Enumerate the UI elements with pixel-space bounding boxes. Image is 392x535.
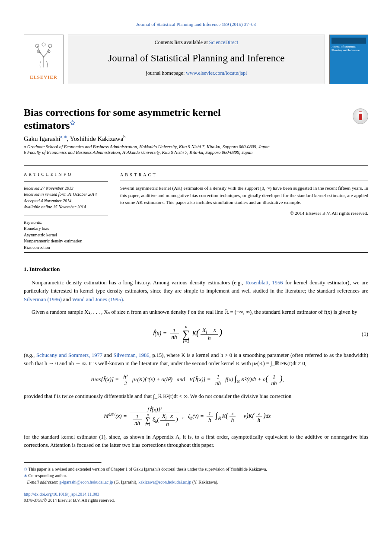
top-divider [24,165,368,166]
ref-silverman-1986b[interactable]: Silverman, 1986, [113,352,150,358]
revised-date: Received in revised form 31 October 2014 [24,191,108,198]
fn1-symbol: ✩ [24,467,27,471]
mid-divider [24,252,368,253]
email-2[interactable]: kakizawa@econ.hokudai.ac.jp [138,480,191,484]
equation-1-math: f̂(x) = 1nh n∑i=1 K(Xi − xh) [24,325,351,344]
email-label: E-mail addresses: [27,480,60,484]
footnote-1: ✩ This paper is a revised and extended v… [24,466,368,472]
masthead-center-panel: Contents lists available at ScienceDirec… [68,35,325,84]
author-a-sup: a, [61,134,64,139]
available-date: Available online 15 November 2014 [24,204,108,210]
email1-who: (G. Igarashi), [113,480,139,484]
para5-a: for the standard kernel estimator (1), s… [24,434,368,448]
ref-silverman-1986[interactable]: Silverman (1986) [24,296,62,303]
ref-rosenblatt[interactable]: Rosenblatt, 1956 [245,280,283,286]
fn2-symbol: ∗ [24,473,27,478]
para1-d: . [123,296,124,303]
para-5: for the standard kernel estimator (1), s… [24,433,368,450]
para2-a: Given a random sample X₁, . . . , Xₙ of … [32,309,357,315]
doi-link[interactable]: http://dx.doi.org/10.1016/j.jspi.2014.11… [24,492,99,497]
abstract-heading: A B S T R A C T [120,172,368,178]
equation-bias-var-math: Bias[f̂(x)] = h²2 μ₂(K)f″(x) + o(h²) and… [24,374,351,386]
article-title: Bias corrections for some asymmetric ker… [24,106,344,132]
author-a: Gaku Igarashi [24,135,61,142]
article-info-heading: A R T I C L E I N F O [24,172,108,178]
keyword-2: Asymmetric kernel [24,232,108,239]
para-1: Nonparametric density estimation has a l… [24,279,368,304]
keyword-3: Nonparametric density estimation [24,238,108,245]
article-info-column: A R T I C L E I N F O Received 27 Novemb… [24,167,108,251]
abstract-text: Several asymmetric kernel (AK) estimator… [120,185,368,206]
masthead: ELSEVIER Contents lists available at Sci… [24,35,368,84]
homepage-prefix: journal homepage: [146,70,186,76]
footnote-2: ∗ Corresponding author. [24,472,368,479]
para-2: Given a random sample X₁, . . . , Xₙ of … [24,308,368,316]
para3-b: and [102,352,113,358]
para1-a: Nonparametric density estimation has a l… [32,280,245,286]
equation-divisive: hĩDIV(x) = {f̂(x)}² 1nh n∑i=1 ξh(Xi−xh) … [24,407,368,427]
fn2-text: Corresponding author. [27,473,67,478]
homepage-link[interactable]: www.elsevier.com/locate/jspi [186,70,247,76]
footer-bar: http://dx.doi.org/10.1016/j.jspi.2014.11… [24,491,368,503]
svg-point-4 [42,43,45,46]
email-1[interactable]: g-igarashi@econ.hokudai.ac.jp [59,480,113,484]
svg-rect-6 [359,112,362,114]
cover-title: Journal of Statistical Planning and Infe… [331,45,366,52]
para-3: (e.g., Schucany and Sommers, 1977 and Si… [24,351,368,368]
issn-copyright: 0378-3758/© 2014 Elsevier B.V. All right… [24,498,115,503]
keyword-1: Boundary bias [24,226,108,232]
keyword-4: Bias correction [24,245,108,251]
para4-a: provided that f is twice continuously di… [24,393,291,399]
homepage-line: journal homepage: www.elsevier.com/locat… [146,70,247,76]
elsevier-logo[interactable]: ELSEVIER [24,35,64,84]
elsevier-name: ELSEVIER [30,74,57,80]
footnote-rule [24,462,102,463]
sciencedirect-link[interactable]: ScienceDirect [209,39,238,45]
abstract-column: A B S T R A C T Several asymmetric kerne… [120,167,368,251]
footnote-emails: E-mail addresses: g-igarashi@econ.hokuda… [24,479,368,485]
contents-line: Contents lists available at ScienceDirec… [155,39,238,46]
author-b: Yoshihide Kakizawa [70,135,123,142]
journal-cover-thumb[interactable]: Journal of Statistical Planning and Infe… [329,35,368,84]
equation-divisive-math: hĩDIV(x) = {f̂(x)}² 1nh n∑i=1 ξh(Xi−xh) … [24,407,351,427]
affiliation-b: b Faculty of Economics and Business Admi… [24,150,368,155]
title-footnote-mark[interactable]: ✩ [70,120,75,126]
para1-c: and [62,296,72,303]
contents-prefix: Contents lists available at [155,39,209,45]
para3-a: (e.g., [24,352,36,358]
para-4: provided that f is twice continuously di… [24,392,368,401]
authors-line: Gaku Igarashia,∗, Yoshihide Kakizawab [24,134,368,143]
title-line1: Bias corrections for some asymmetric ker… [24,107,221,118]
accepted-date: Accepted 4 November 2014 [24,198,108,204]
section-1-heading: 1. Introduction [24,266,368,273]
email2-who: (Y. Kakizawa). [191,480,218,484]
elsevier-tree-icon [31,39,57,73]
fn1-text: This paper is a revised and extended ver… [27,467,267,471]
footnotes: ✩ This paper is a revised and extended v… [24,466,368,485]
title-line2: estimators [24,120,70,131]
crossmark-icon[interactable] [353,108,368,124]
author-b-sup: b [123,134,125,139]
equation-bias-var: Bias[f̂(x)] = h²2 μ₂(K)f″(x) + o(h²) and… [24,374,368,386]
keywords-heading: Keywords: [24,220,108,226]
journal-name: Journal of Statistical Planning and Infe… [108,53,284,64]
received-date: Received 27 November 2013 [24,185,108,192]
top-citation: Journal of Statistical Planning and Infe… [24,22,368,27]
equation-1-number: (1) [351,331,368,338]
ref-wand-jones[interactable]: Wand and Jones (1995) [72,296,123,303]
ref-schucany-sommers[interactable]: Schucany and Sommers, 1977 [36,352,102,358]
author-a-star[interactable]: ∗ [64,134,67,139]
affiliation-a: a Graduate School of Economics and Busin… [24,144,368,149]
abstract-copyright: © 2014 Elsevier B.V. All rights reserved… [120,210,368,217]
equation-1: f̂(x) = 1nh n∑i=1 K(Xi − xh) (1) [24,325,368,344]
article-history: Received 27 November 2013 Received in re… [24,185,108,210]
